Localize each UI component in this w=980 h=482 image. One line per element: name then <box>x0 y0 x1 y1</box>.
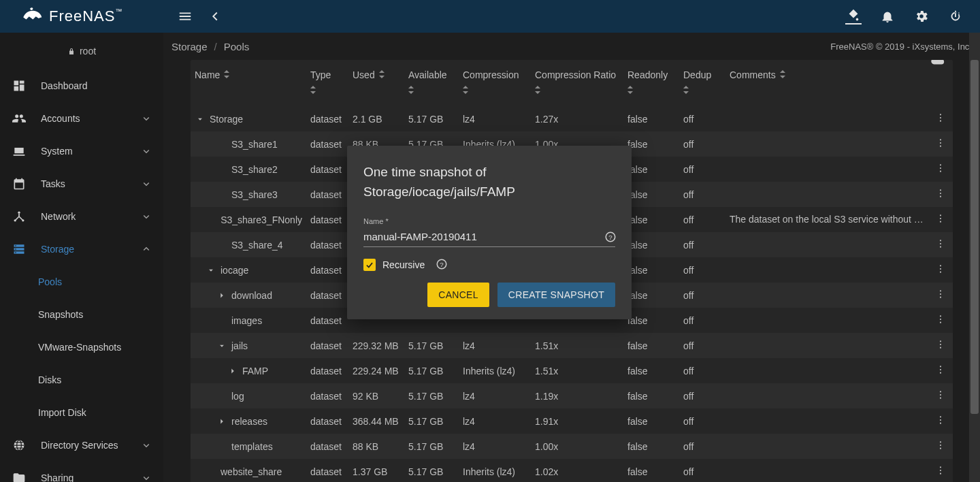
sidebar-subitem-pools[interactable]: Pools <box>0 266 163 298</box>
expander-icon[interactable] <box>206 265 216 276</box>
table-row[interactable]: logdataset92 KB5.17 GBlz41.19xfalseoff <box>191 383 953 408</box>
sidebar-subitem-snapshots[interactable]: Snapshots <box>0 298 163 331</box>
more-icon[interactable] <box>935 190 946 201</box>
nav: DashboardAccountsSystemTasksNetworkStora… <box>0 69 163 482</box>
more-icon[interactable] <box>935 417 946 428</box>
scrollbar-thumb[interactable] <box>970 60 979 414</box>
col-dedup[interactable]: Dedup <box>679 63 725 106</box>
sidebar-item-label: Storage <box>41 244 74 255</box>
notifications-icon[interactable] <box>879 8 896 25</box>
more-icon[interactable] <box>935 140 946 150</box>
help-icon[interactable]: ? <box>604 231 618 244</box>
table-row[interactable]: Storagedataset2.1 GB5.17 GBlz41.27xfalse… <box>191 106 953 131</box>
dataset-name: download <box>231 290 272 301</box>
expander-icon[interactable] <box>216 340 227 351</box>
chevron-up-icon <box>140 243 152 255</box>
more-icon[interactable] <box>935 442 946 453</box>
sidebar-item-dashboard[interactable]: Dashboard <box>0 69 163 102</box>
sidebar-item-storage[interactable]: Storage <box>0 233 163 266</box>
expander-icon[interactable] <box>195 114 206 125</box>
svg-point-15 <box>940 167 941 169</box>
back-icon[interactable] <box>207 8 223 25</box>
svg-point-52 <box>940 473 941 475</box>
col-compression[interactable]: Compression <box>459 63 531 106</box>
cell-available: 5.17 GB <box>404 434 459 459</box>
cell-readonly: false <box>623 358 679 383</box>
sidebar-item-system[interactable]: System <box>0 135 163 167</box>
snapshot-name-input[interactable] <box>363 228 615 247</box>
table-row[interactable]: releasesdataset368.44 MB5.17 GBlz41.91xf… <box>191 408 953 434</box>
hamburger-icon[interactable] <box>177 8 193 25</box>
cell-comments <box>725 157 930 182</box>
sidebar-item-directory[interactable]: Directory Services <box>0 429 163 462</box>
cell-type: dataset <box>306 434 348 459</box>
expander-icon[interactable] <box>227 366 238 376</box>
more-icon[interactable] <box>935 316 946 327</box>
more-icon[interactable] <box>935 165 946 176</box>
svg-point-26 <box>940 265 941 266</box>
col-available[interactable]: Available <box>404 63 459 106</box>
settings-icon[interactable] <box>913 8 930 25</box>
more-icon[interactable] <box>935 366 946 377</box>
more-icon[interactable] <box>935 467 946 478</box>
table-row[interactable]: FAMPdataset229.24 MB5.17 GBInherits (lz4… <box>191 358 953 383</box>
cell-type: dataset <box>306 157 348 182</box>
sidebar-subitem-import[interactable]: Import Disk <box>0 396 163 429</box>
sidebar-item-sharing[interactable]: Sharing <box>0 462 163 482</box>
cell-compression: lz4 <box>459 333 531 358</box>
sidebar-item-tasks[interactable]: Tasks <box>0 167 163 200</box>
col-name[interactable]: Name <box>191 63 306 106</box>
expander-icon[interactable] <box>216 416 227 427</box>
recursive-checkbox[interactable] <box>363 259 376 271</box>
cell-ratio: 1.51x <box>531 333 623 358</box>
svg-point-50 <box>940 466 941 468</box>
cell-comments <box>725 383 930 408</box>
cell-used: 2.1 GB <box>348 106 404 131</box>
laptop-icon <box>11 143 27 159</box>
svg-text:?: ? <box>608 234 612 241</box>
sidebar-subitem-disks[interactable]: Disks <box>0 364 163 396</box>
expander-icon[interactable] <box>216 290 227 301</box>
sidebar-item-network[interactable]: Network <box>0 200 163 233</box>
svg-point-35 <box>940 340 941 342</box>
cell-dedup: off <box>679 232 725 257</box>
table-row[interactable]: website_sharedataset1.37 GB5.17 GBInheri… <box>191 459 953 482</box>
cell-dedup: off <box>679 106 725 131</box>
create-snapshot-button[interactable]: Create Snapshot <box>497 283 615 307</box>
more-icon[interactable] <box>935 341 946 352</box>
col-readonly[interactable]: Readonly <box>623 63 679 106</box>
help-icon[interactable]: ? <box>436 258 449 272</box>
sidebar-item-accounts[interactable]: Accounts <box>0 102 163 135</box>
col-type[interactable]: Type <box>306 63 348 106</box>
more-icon[interactable] <box>935 114 946 125</box>
svg-point-14 <box>940 164 941 165</box>
breadcrumb-a[interactable]: Storage <box>172 41 208 52</box>
brand-logo: FreeNAS™ <box>0 0 163 33</box>
more-icon[interactable] <box>935 391 946 402</box>
cell-type: dataset <box>306 408 348 434</box>
cell-comments <box>725 434 930 459</box>
cell-dedup: off <box>679 157 725 182</box>
sidebar-subitem-vmsnaps[interactable]: VMware-Snapshots <box>0 331 163 364</box>
sidebar: root DashboardAccountsSystemTasksNetwork… <box>0 33 163 482</box>
power-icon[interactable] <box>947 8 964 25</box>
cell-comments: The dataset on the local S3 service with… <box>725 207 930 232</box>
cell-dedup: off <box>679 408 725 434</box>
topbar-left-controls <box>163 8 223 25</box>
theme-icon[interactable] <box>845 8 862 25</box>
more-icon[interactable] <box>935 291 946 302</box>
dialog-title: One time snapshot of Storage/iocage/jail… <box>363 162 615 202</box>
table-row[interactable]: templatesdataset88 KB5.17 GBlz41.00xfals… <box>191 434 953 459</box>
more-icon[interactable] <box>935 266 946 276</box>
dataset-name: images <box>231 315 262 326</box>
breadcrumb-b[interactable]: Pools <box>224 41 250 52</box>
col-ratio[interactable]: Compression Ratio <box>531 63 623 106</box>
more-icon[interactable] <box>935 240 946 251</box>
cancel-button[interactable]: Cancel <box>427 283 489 307</box>
svg-point-8 <box>940 114 941 115</box>
table-row[interactable]: jailsdataset229.32 MB5.17 GBlz41.51xfals… <box>191 333 953 358</box>
vertical-scrollbar[interactable] <box>969 33 980 482</box>
more-icon[interactable] <box>935 215 946 226</box>
col-comments[interactable]: Comments <box>725 63 930 106</box>
col-used[interactable]: Used <box>348 63 404 106</box>
